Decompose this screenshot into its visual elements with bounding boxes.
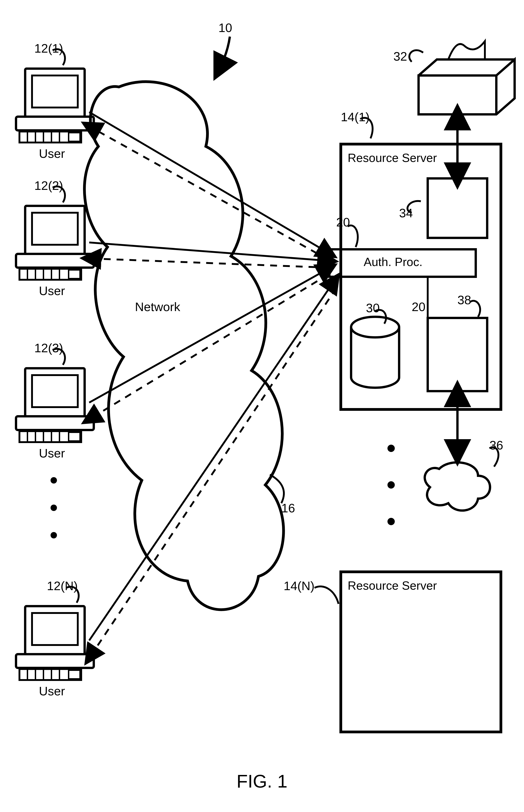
- ref-system: 10: [218, 21, 232, 35]
- label-user-1: User: [39, 146, 65, 161]
- svg-rect-12: [16, 254, 94, 268]
- svg-line-58: [89, 269, 328, 402]
- ref-db: 30: [366, 301, 380, 315]
- svg-point-41: [51, 504, 57, 511]
- figure-canvas: 10 12(1) User 12(2) User 12(3) User 12(N…: [0, 0, 524, 812]
- svg-rect-46: [428, 318, 487, 391]
- svg-rect-45: [428, 178, 487, 238]
- svg-line-57: [91, 259, 328, 268]
- ref-printer: 32: [393, 49, 407, 63]
- svg-rect-9: [69, 133, 80, 142]
- label-server-1: Resource Server: [348, 151, 437, 165]
- svg-point-52: [388, 481, 395, 488]
- svg-point-42: [51, 532, 57, 538]
- ref-server-1: 14(1): [341, 110, 370, 124]
- diagram-svg: [0, 0, 524, 812]
- user-3: [16, 349, 94, 442]
- label-network: Network: [135, 300, 180, 314]
- ref-auth-proc: 20: [336, 215, 350, 229]
- ref-user-n: 12(N): [47, 579, 78, 593]
- ref-cloud36: 36: [489, 438, 503, 452]
- svg-rect-1: [32, 76, 78, 107]
- ref-user-1: 12(1): [34, 41, 63, 55]
- svg-rect-2: [16, 117, 94, 130]
- svg-rect-31: [32, 613, 78, 645]
- ref-user-2: 12(2): [34, 178, 63, 193]
- label-server-n: Resource Server: [348, 579, 437, 593]
- svg-point-47: [351, 317, 399, 337]
- ref-box38: 38: [457, 293, 471, 307]
- label-auth-proc: Auth. Proc.: [364, 255, 423, 269]
- svg-rect-29: [69, 432, 80, 441]
- label-user-3: User: [39, 446, 65, 460]
- svg-point-51: [388, 445, 395, 452]
- ref-box34: 34: [399, 206, 413, 220]
- figure-caption: FIG. 1: [236, 771, 287, 792]
- svg-rect-32: [16, 654, 94, 668]
- user-2: [16, 186, 94, 280]
- svg-rect-22: [16, 416, 94, 430]
- svg-rect-50: [341, 572, 501, 732]
- svg-line-59: [91, 275, 328, 418]
- svg-point-40: [51, 477, 57, 483]
- svg-rect-11: [32, 213, 78, 245]
- ref-auth-proc-2: 20: [412, 300, 425, 314]
- user-1: [16, 49, 94, 143]
- ref-server-n: 14(N): [284, 579, 314, 593]
- ref-user-3: 12(3): [34, 341, 63, 355]
- svg-rect-19: [69, 270, 80, 279]
- svg-rect-39: [69, 670, 80, 679]
- svg-rect-21: [32, 375, 78, 407]
- ref-network: 16: [281, 501, 295, 515]
- svg-line-56: [89, 243, 328, 261]
- svg-point-53: [388, 518, 395, 525]
- user-n: [16, 587, 94, 680]
- label-user-2: User: [39, 284, 65, 298]
- label-user-n: User: [39, 684, 65, 698]
